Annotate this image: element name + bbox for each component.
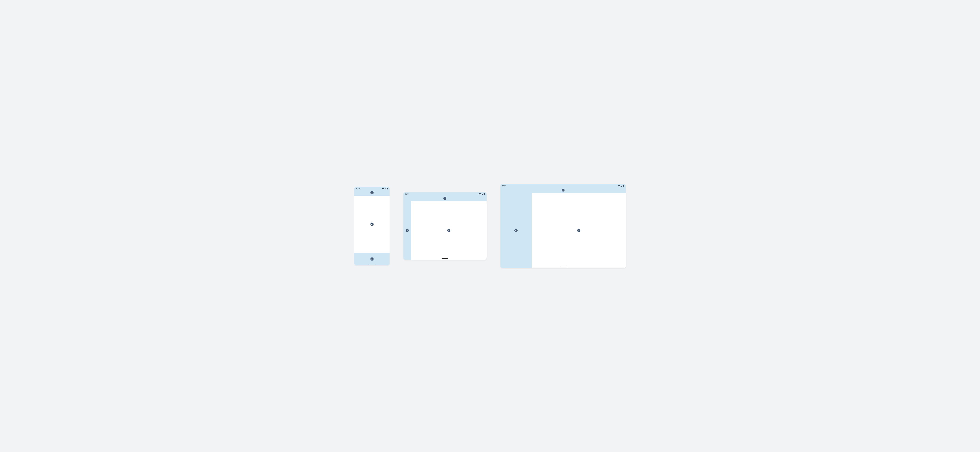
svg-rect-0 — [387, 188, 388, 189]
region-a: A — [403, 195, 487, 201]
status-bar: 9:30 — [403, 192, 487, 195]
signal-icon — [481, 193, 483, 195]
battery-icon — [484, 193, 485, 195]
device-desktop: 9:30 A C B — [500, 184, 626, 268]
badge-b: B — [371, 223, 374, 226]
status-time: 9:30 — [502, 185, 506, 187]
nav-handle-icon — [369, 264, 375, 264]
badge-b: B — [447, 229, 450, 232]
svg-rect-1 — [387, 188, 387, 188]
badge-b: B — [577, 229, 581, 232]
nav-handle-icon — [442, 259, 448, 259]
status-icons — [382, 188, 388, 189]
region-b: B — [354, 196, 390, 253]
badge-a: A — [443, 197, 447, 200]
region-b: B — [532, 193, 626, 268]
svg-rect-5 — [623, 185, 624, 185]
svg-rect-4 — [623, 185, 624, 187]
region-c: C — [500, 193, 532, 268]
status-bar: 9:30 — [354, 187, 390, 190]
battery-icon — [623, 185, 624, 187]
battery-icon — [387, 188, 388, 189]
region-a: A — [354, 190, 390, 196]
badge-a: A — [562, 188, 565, 192]
device-phone: 9:30 A B C — [354, 187, 390, 265]
badge-c: C — [371, 257, 374, 260]
badge-c: C — [406, 229, 409, 232]
status-time: 9:30 — [405, 193, 409, 195]
badge-a: A — [371, 191, 374, 195]
wifi-icon — [618, 185, 620, 187]
region-a: A — [500, 187, 626, 193]
svg-rect-2 — [484, 193, 485, 195]
status-time: 9:30 — [356, 188, 360, 190]
status-icons — [479, 193, 485, 195]
signal-icon — [620, 185, 622, 187]
status-icons — [618, 185, 624, 187]
device-body: C B — [403, 201, 487, 260]
device-tablet: 9:30 A C B — [403, 192, 487, 260]
region-b: B — [411, 201, 487, 260]
svg-rect-3 — [484, 193, 484, 193]
nav-handle-icon — [560, 267, 566, 267]
signal-icon — [384, 188, 386, 189]
status-bar: 9:30 — [500, 184, 626, 187]
badge-c: C — [514, 229, 518, 232]
region-c: C — [354, 253, 390, 265]
wifi-icon — [479, 193, 481, 195]
wifi-icon — [382, 188, 384, 189]
device-body: B C — [354, 196, 390, 265]
device-body: C B — [500, 193, 626, 268]
region-c: C — [403, 201, 411, 260]
